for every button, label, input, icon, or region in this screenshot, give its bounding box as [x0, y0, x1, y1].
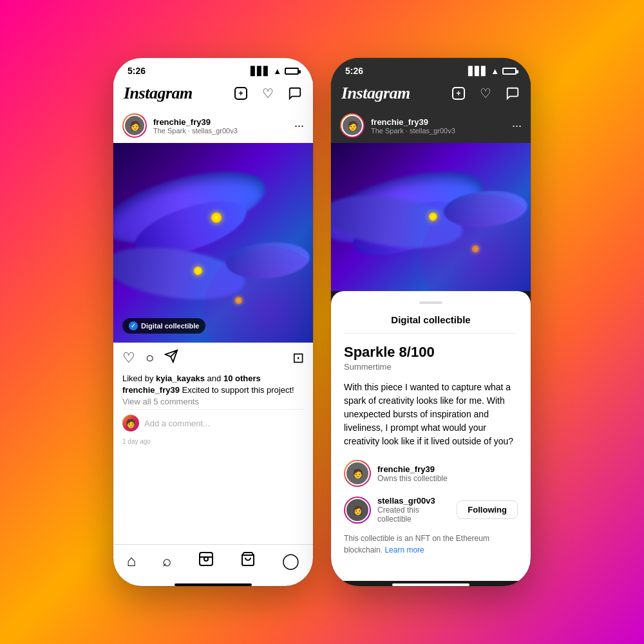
bottom-sheet: Digital collectible Sparkle 8/100 Summer…: [331, 291, 531, 581]
post-image-dark-clip: [331, 143, 531, 291]
phones-container: 5:26 ▋▋▋ ▲ Instagram + ♡: [113, 58, 531, 586]
creator-avatar[interactable]: 👩: [344, 497, 371, 524]
status-bar-light: 5:26 ▋▋▋ ▲: [113, 58, 313, 80]
nav-home-icon[interactable]: ⌂: [127, 552, 137, 570]
bookmark-icon[interactable]: ⊡: [292, 350, 304, 366]
nav-reels-icon[interactable]: [198, 551, 214, 571]
post-header-dark: 🧑 frenchie_fry39 The Spark · stellas_gr0…: [331, 108, 531, 143]
timestamp: 1 day ago: [113, 438, 313, 450]
comment-icon[interactable]: ○: [146, 350, 154, 366]
following-button[interactable]: Following: [457, 500, 518, 519]
post-username-light[interactable]: frenchie_fry39: [153, 117, 288, 127]
digital-collectible-badge[interactable]: ✓ Digital collectible: [122, 318, 205, 334]
instagram-logo-light: Instagram: [124, 84, 193, 103]
signal-icon: ▋▋▋: [251, 66, 270, 76]
comment-avatar: 🧑: [122, 415, 139, 431]
sheet-title: Digital collectible: [344, 314, 518, 334]
post-user-info: frenchie_fry39 The Spark · stellas_gr00v…: [153, 117, 288, 135]
nft-title: Sparkle 8/100: [344, 344, 518, 361]
app-header-dark: Instagram + ♡: [331, 80, 531, 108]
wifi-icon: ▲: [273, 66, 281, 76]
add-square-icon: +: [234, 87, 247, 100]
status-icons-light: ▋▋▋ ▲: [251, 66, 299, 76]
nft-owner-row: 🧑 frenchie_fry39 Owns this collectible: [344, 460, 518, 487]
status-icons-dark: ▋▋▋ ▲: [468, 66, 516, 76]
caption-username[interactable]: frenchie_fry39: [122, 385, 180, 395]
owner-username[interactable]: frenchie_fry39: [377, 464, 518, 474]
status-bar-dark: 5:26 ▋▋▋ ▲: [331, 58, 531, 80]
image-shapes-dark: [331, 143, 531, 291]
wifi-icon-dark: ▲: [491, 66, 499, 76]
messenger-icon-dark[interactable]: [505, 86, 520, 101]
battery-icon-dark: [502, 68, 516, 75]
more-icon-light[interactable]: ···: [294, 119, 304, 133]
learn-more-link[interactable]: Learn more: [384, 545, 424, 554]
caption-text: Excited to support this project!: [182, 385, 294, 395]
caption-line: frenchie_fry39 Excited to support this p…: [122, 385, 304, 395]
add-post-icon[interactable]: +: [233, 86, 249, 101]
more-icon-dark[interactable]: ···: [512, 119, 522, 133]
notifications-icon-dark[interactable]: ♡: [478, 86, 493, 101]
bottom-nav-light: ⌂ ⌕ ◯: [113, 544, 313, 581]
phone-light: 5:26 ▋▋▋ ▲ Instagram + ♡: [113, 58, 313, 586]
share-icon[interactable]: [164, 349, 178, 367]
avatar-inner-dark: 🧑: [341, 115, 363, 137]
post-header-light: 🧑 frenchie_fry39 The Spark · stellas_gr0…: [113, 108, 313, 143]
time-light: 5:26: [128, 66, 146, 76]
creator-username[interactable]: stellas_gr00v3: [377, 496, 450, 506]
orb-2: [194, 267, 202, 275]
app-header-light: Instagram + ♡: [113, 80, 313, 108]
like-icon[interactable]: ♡: [122, 350, 135, 366]
view-comments-link[interactable]: View all 5 comments: [122, 397, 304, 406]
liked-by-connector: and: [207, 374, 223, 383]
post-user-info-dark: frenchie_fry39 The Spark · stellas_gr00v…: [371, 117, 506, 135]
nft-footer: This collectible is an NFT on the Ethere…: [344, 533, 518, 556]
svg-rect-2: [200, 553, 213, 565]
post-subtitle-light: The Spark · stellas_gr00v3: [153, 127, 288, 135]
post-avatar[interactable]: 🧑: [122, 113, 147, 138]
battery-icon: [285, 68, 299, 75]
likes-line: Liked by kyia_kayaks and 10 others: [122, 374, 304, 383]
owner-avatar-inner: 🧑: [345, 461, 370, 486]
nft-creator-row: 👩 stellas_gr00v3 Created this collectibl…: [344, 496, 518, 524]
orb-1: [211, 213, 222, 223]
messenger-icon[interactable]: [287, 86, 303, 101]
phone-dark: 5:26 ▋▋▋ ▲ Instagram + ♡: [331, 58, 531, 586]
comment-input[interactable]: Add a comment...: [144, 419, 304, 428]
liked-by-label: Liked by: [122, 374, 153, 383]
image-shapes: [113, 143, 313, 343]
nav-shop-icon[interactable]: [240, 551, 256, 571]
header-icons-light: + ♡: [233, 86, 303, 101]
creator-avatar-inner: 👩: [345, 498, 370, 522]
header-icons-dark: + ♡: [451, 86, 520, 101]
post-avatar-dark[interactable]: 🧑: [340, 113, 365, 138]
time-dark: 5:26: [345, 66, 363, 76]
badge-label: Digital collectible: [141, 322, 199, 330]
creator-role: Created this collectible: [377, 506, 450, 524]
nft-description: With this piece I wanted to capture what…: [344, 381, 518, 448]
post-info-light: Liked by kyia_kayaks and 10 others frenc…: [113, 374, 313, 438]
instagram-logo-dark: Instagram: [341, 84, 410, 103]
add-post-icon-dark[interactable]: +: [451, 86, 466, 101]
sheet-handle: [419, 301, 442, 304]
liked-by-user[interactable]: kyia_kayaks: [156, 374, 205, 383]
nav-profile-icon[interactable]: ◯: [282, 552, 299, 570]
home-indicator-dark: [392, 583, 469, 586]
post-subtitle-dark: The Spark · stellas_gr00v3: [371, 127, 506, 135]
add-square-icon-dark: +: [452, 87, 465, 100]
notifications-icon[interactable]: ♡: [260, 86, 276, 101]
action-bar-light: ♡ ○ ⊡: [113, 343, 313, 374]
post-image-dark: [331, 143, 531, 291]
owner-avatar[interactable]: 🧑: [344, 460, 371, 487]
home-indicator-light: [175, 583, 252, 586]
nft-collection: Summertime: [344, 362, 518, 372]
liked-by-others[interactable]: 10 others: [223, 374, 261, 383]
avatar-inner: 🧑: [124, 115, 146, 137]
signal-icon-dark: ▋▋▋: [468, 66, 488, 76]
owner-info: frenchie_fry39 Owns this collectible: [377, 464, 518, 483]
badge-check-icon: ✓: [129, 321, 138, 330]
nav-search-icon[interactable]: ⌕: [162, 552, 171, 570]
post-username-dark[interactable]: frenchie_fry39: [371, 117, 506, 127]
owner-role: Owns this collectible: [377, 474, 518, 483]
creator-info: stellas_gr00v3 Created this collectible: [377, 496, 450, 524]
